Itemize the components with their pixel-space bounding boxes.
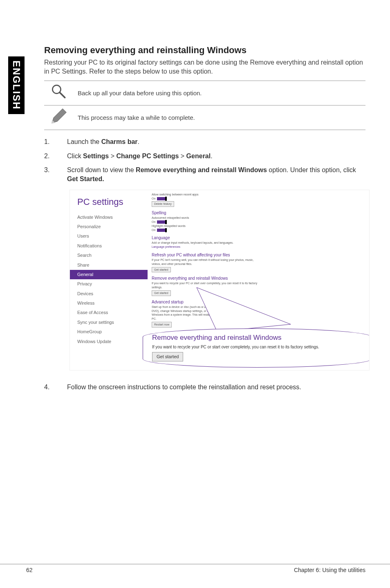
step3-pre: Scroll down to view the [67, 166, 136, 173]
toggle-icon[interactable] [157, 197, 167, 200]
ss-advanced-h: Advanced startup [152, 299, 365, 305]
ss-item-share[interactable]: Share [70, 260, 148, 270]
step3-bold2: Get Started. [67, 175, 104, 182]
chapter-label: Chapter 6: Using the utilities [294, 567, 365, 573]
step2-post: . [211, 153, 212, 159]
callout-get-started-button[interactable]: Get started [152, 352, 183, 361]
section-title: Removing everything and reinstalling Win… [44, 45, 365, 56]
step-2: Click Settings > Change PC Settings > Ge… [44, 152, 365, 161]
ss-item-activate[interactable]: Activate Windows [70, 213, 148, 222]
ss-spelling-h: Spelling [152, 210, 365, 216]
ss-item-homegroup[interactable]: HomeGroup [70, 327, 148, 337]
intro-paragraph: Restoring your PC to its original factor… [44, 58, 365, 76]
step2-sep1: > [109, 153, 116, 159]
step2-b3: General [186, 153, 211, 159]
ss-delete-history-button[interactable]: Delete history [152, 201, 174, 207]
ss-language-text: Add or change input methods, keyboard la… [152, 241, 365, 245]
step3-bold: Remove everything and reinstall Windows [136, 166, 267, 173]
step-3: Scroll down to view the Remove everythin… [44, 166, 365, 370]
note-backup: Back up all your data before using this … [74, 81, 365, 105]
ss-item-search[interactable]: Search [70, 251, 148, 260]
ss-restart-now-button[interactable]: Restart now [152, 322, 172, 328]
step3-mid: option. Under this option, click [267, 166, 356, 173]
callout-text: If you want to recycle your PC or start … [152, 344, 362, 350]
toggle-icon[interactable] [157, 220, 167, 224]
ss-sidebar: PC settings Activate Windows Personalize… [70, 190, 148, 370]
toggle-icon[interactable] [157, 229, 167, 232]
ss-switch-label: Allow switching between recent apps [152, 193, 365, 197]
ss-on-1: On [152, 197, 155, 200]
step1-pre: Launch the [67, 138, 101, 145]
ss-main: Allow switching between recent apps On D… [152, 193, 365, 328]
ss-refresh-text: If your PC isn't running well, you can r… [152, 258, 258, 266]
step2-b2: Change PC Settings [116, 153, 179, 159]
ss-remove-text: If you want to recycle your PC or start … [152, 281, 266, 290]
ss-sidebar-title: PC settings [70, 196, 148, 209]
ss-language-h: Language [152, 235, 365, 241]
ss-item-personalize[interactable]: Personalize [70, 222, 148, 231]
step-1: Launch the Charms bar. [44, 137, 365, 146]
ss-advanced-text: Start up from a device or disc (such as … [152, 305, 221, 321]
page-footer: 62 Chapter 6: Using the utilities [0, 564, 390, 573]
notes-table: Back up all your data before using this … [44, 81, 365, 130]
ss-refresh-h: Refresh your PC without affecting your f… [152, 252, 365, 258]
ss-item-general[interactable]: General [70, 270, 148, 279]
callout-box: Remove everything and reinstall Windows … [143, 328, 370, 368]
ss-on-2: On [152, 220, 155, 223]
ss-item-sync[interactable]: Sync your settings [70, 318, 148, 327]
ss-on-3: On [152, 229, 155, 231]
step2-sep2: > [179, 153, 186, 159]
svg-line-1 [60, 92, 65, 98]
pen-icon [50, 119, 68, 126]
step1-bold: Charms bar [101, 138, 138, 145]
note-time: This process may take a while to complet… [74, 105, 365, 130]
ss-language-link[interactable]: Language preferences [152, 245, 365, 249]
pc-settings-screenshot: PC settings Activate Windows Personalize… [69, 190, 370, 370]
ss-item-devices[interactable]: Devices [70, 289, 148, 298]
ss-refresh-get-started-button[interactable]: Get started [152, 267, 171, 273]
ss-item-update[interactable]: Windows Update [70, 337, 148, 346]
ss-item-notifications[interactable]: Notifications [70, 241, 148, 251]
ss-spelling1: Autocorrect misspelled words [152, 216, 365, 220]
step2-b1: Settings [83, 153, 109, 159]
ss-item-wireless[interactable]: Wireless [70, 298, 148, 308]
ss-item-users[interactable]: Users [70, 231, 148, 241]
magnifier-icon [50, 95, 68, 102]
step2-pre: Click [67, 153, 83, 159]
ss-remove-h: Remove everything and reinstall Windows [152, 276, 365, 281]
step-4: Follow the onscreen instructions to comp… [44, 383, 365, 392]
ss-item-ease[interactable]: Ease of Access [70, 308, 148, 317]
page-number: 62 [26, 567, 33, 573]
ss-item-privacy[interactable]: Privacy [70, 279, 148, 289]
steps-list: Launch the Charms bar. Click Settings > … [44, 137, 365, 392]
ss-spelling2: Highlight misspelled words [152, 224, 365, 228]
ss-remove-get-started-button[interactable]: Get started [152, 290, 171, 296]
language-tab: ENGLISH [8, 56, 25, 114]
callout-title: Remove everything and reinstall Windows [152, 333, 362, 343]
step1-post: . [138, 138, 139, 145]
